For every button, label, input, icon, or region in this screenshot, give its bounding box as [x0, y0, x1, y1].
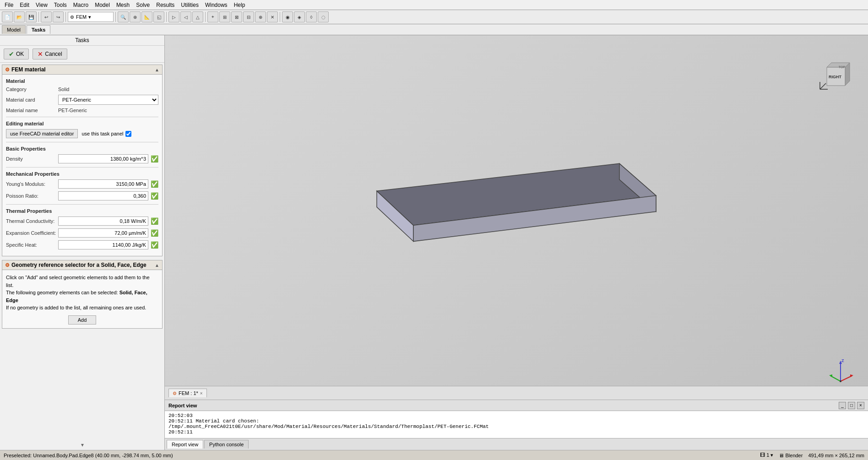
- tab-tasks[interactable]: Tasks: [27, 25, 50, 34]
- svg-marker-16: [850, 374, 853, 377]
- bottom-tab-row: Report view Python console: [165, 438, 868, 450]
- geometry-selector-title: Geometry reference selector for a Solid,…: [11, 262, 146, 268]
- open-button[interactable]: 📂: [14, 11, 25, 22]
- tool-btn-2[interactable]: ◁: [180, 11, 191, 22]
- expansion-coefficient-row: Expansion Coefficient: ✅: [6, 228, 158, 238]
- menu-model[interactable]: Model: [92, 1, 113, 9]
- fem-btn-3[interactable]: ◊: [306, 11, 317, 22]
- fem-material-icon: ⚙: [5, 67, 10, 73]
- svg-text:TOP: TOP: [839, 65, 846, 69]
- geometry-collapse-btn[interactable]: ▲: [155, 263, 159, 268]
- specific-heat-input[interactable]: [58, 240, 148, 249]
- snap-btn-6[interactable]: ✕: [267, 11, 278, 22]
- fem-material-header: ⚙ FEM material ▲: [2, 65, 162, 75]
- task-panel-checkbox[interactable]: [125, 131, 131, 137]
- thermal-conductivity-input[interactable]: [58, 216, 148, 226]
- basic-properties-title: Basic Properties: [6, 146, 158, 152]
- snap-btn-5[interactable]: ⊕: [255, 11, 266, 22]
- view-btn-1[interactable]: 🔍: [118, 11, 129, 22]
- snap-btn-1[interactable]: ⌖: [207, 11, 218, 22]
- menu-help[interactable]: Help: [231, 1, 248, 9]
- fem-tab-icon: ⚙: [173, 391, 177, 396]
- nav-cube[interactable]: RIGHT TOP: [818, 58, 854, 95]
- category-row: Category Solid: [6, 87, 158, 92]
- menu-solve[interactable]: Solve: [133, 1, 152, 9]
- svg-text:Z: Z: [841, 358, 844, 363]
- thermal-conductivity-label: Thermal Conductivity:: [6, 218, 56, 224]
- viewport-3d[interactable]: RIGHT TOP: [165, 35, 868, 400]
- preselected-text: Preselected: Unnamed.Body.Pad.Edge8 (40.…: [4, 453, 173, 458]
- poisson-ratio-row: Poisson Ratio: ✅: [6, 191, 158, 200]
- report-line-1: 20:52:03: [168, 413, 864, 418]
- ok-button[interactable]: ✔ OK: [4, 49, 29, 60]
- menu-windows[interactable]: Windows: [202, 1, 230, 9]
- fem-viewport-tab[interactable]: ⚙ FEM : 1* ×: [168, 389, 207, 397]
- material-card-select[interactable]: PET-Generic: [58, 95, 158, 105]
- menu-view[interactable]: View: [33, 1, 50, 9]
- task-panel-label: use this task panel: [81, 131, 123, 136]
- bottom-panel: Report view _ □ × 20:52:03 20:52:11 Mate…: [165, 400, 868, 450]
- poisson-ratio-input[interactable]: [58, 191, 148, 200]
- tool-btn-3[interactable]: △: [192, 11, 203, 22]
- snap-btn-4[interactable]: ⊟: [243, 11, 254, 22]
- save-button[interactable]: 💾: [26, 11, 37, 22]
- menu-macro[interactable]: Macro: [71, 1, 91, 9]
- report-line-3: /tmp/.mount_FreeCA021t0E/usr/share/Mod/M…: [168, 424, 864, 429]
- redo-button[interactable]: ↪: [53, 11, 64, 22]
- maximize-btn[interactable]: □: [848, 402, 855, 409]
- sep3: [115, 12, 116, 22]
- fem-btn-2[interactable]: ◈: [294, 11, 305, 22]
- geometry-desc-line3: If no geometry is added to the list, all…: [6, 305, 146, 310]
- category-label: Category: [6, 87, 56, 92]
- expansion-coefficient-input[interactable]: [58, 228, 148, 238]
- density-row: Density ✅: [6, 154, 158, 163]
- menu-edit[interactable]: Edit: [17, 1, 32, 9]
- svg-marker-18: [829, 374, 832, 377]
- collapse-btn[interactable]: ▲: [155, 67, 159, 72]
- report-view-tab[interactable]: Report view: [167, 440, 203, 449]
- menu-results[interactable]: Results: [153, 1, 177, 9]
- undo-button[interactable]: ↩: [41, 11, 52, 22]
- svg-text:RIGHT: RIGHT: [829, 75, 842, 79]
- scene-number: 🎞 1 ▾: [760, 452, 773, 458]
- workbench-selector[interactable]: ⚙ FEM ▾: [68, 12, 114, 22]
- add-button[interactable]: Add: [68, 315, 97, 325]
- python-console-tab[interactable]: Python console: [204, 440, 249, 449]
- fem-btn-1[interactable]: ◉: [282, 11, 293, 22]
- fem-material-title: FEM material: [11, 66, 46, 73]
- expansion-coefficient-label: Expansion Coefficient:: [6, 230, 56, 236]
- freecad-material-editor-btn[interactable]: use FreeCAD material editor: [6, 129, 78, 138]
- bottom-panel-controls: _ □ ×: [839, 402, 864, 409]
- youngs-modulus-input[interactable]: [58, 179, 148, 189]
- cancel-button[interactable]: ✕ Cancel: [33, 49, 67, 60]
- axis-indicator: Z: [827, 358, 854, 386]
- geometry-desc-line2: The following geometry elements can be s…: [6, 290, 118, 295]
- minimize-btn[interactable]: _: [839, 402, 846, 409]
- sep4: [166, 12, 167, 22]
- view-btn-2[interactable]: ⊕: [130, 11, 141, 22]
- snap-btn-3[interactable]: ⊠: [231, 11, 242, 22]
- svg-point-19: [840, 380, 841, 382]
- menu-file[interactable]: File: [2, 1, 16, 9]
- sep2: [65, 12, 66, 22]
- close-bottom-btn[interactable]: ×: [857, 402, 864, 409]
- specific-heat-row: Specific Heat: ✅: [6, 240, 158, 249]
- scroll-down-arrow[interactable]: ▾: [81, 442, 84, 448]
- menu-mesh[interactable]: Mesh: [114, 1, 132, 9]
- sep1: [38, 12, 39, 22]
- fem-btn-4[interactable]: ◌: [318, 11, 329, 22]
- tool-btn-1[interactable]: ▷: [168, 11, 179, 22]
- cancel-icon: ✕: [38, 50, 43, 58]
- fem-tab-close[interactable]: ×: [200, 391, 203, 396]
- report-line-2: 20:52:11 Material card chosen:: [168, 418, 864, 424]
- menu-tools[interactable]: Tools: [51, 1, 70, 9]
- new-button[interactable]: 📄: [2, 11, 13, 22]
- menu-utilities[interactable]: Utilities: [178, 1, 201, 9]
- density-input[interactable]: [58, 154, 148, 163]
- tab-model[interactable]: Model: [2, 25, 26, 34]
- toolbar-row-main: 📄 📂 💾 ↩ ↪ ⚙ FEM ▾ 🔍 ⊕ 📐 ◱ ▷ ◁ △ ⌖ ⊞ ⊠ ⊟ …: [0, 10, 868, 24]
- snap-btn-2[interactable]: ⊞: [219, 11, 230, 22]
- workbench-name: FEM: [76, 14, 87, 20]
- view-btn-3[interactable]: 📐: [141, 11, 152, 22]
- view-btn-4[interactable]: ◱: [153, 11, 164, 22]
